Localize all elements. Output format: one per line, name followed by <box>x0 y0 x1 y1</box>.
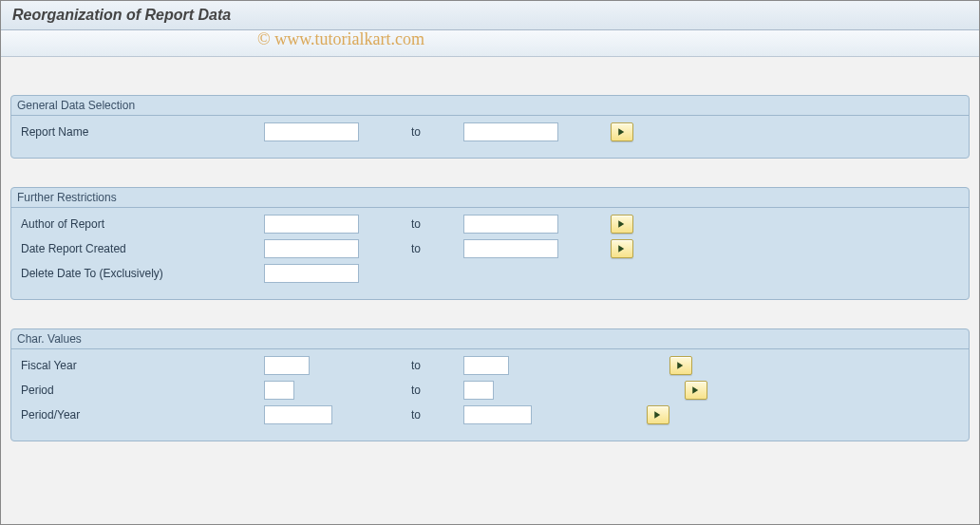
row-report-name: Report Name to <box>11 120 969 144</box>
toolbar <box>1 30 979 57</box>
group-title-restrictions: Further Restrictions <box>11 188 969 208</box>
label-report-name: Report Name <box>17 125 264 139</box>
to-label-fiscal-year: to <box>368 359 463 372</box>
arrow-right-icon <box>616 243 628 254</box>
group-body-char-values: Fiscal Year to Period to <box>11 349 969 441</box>
to-label-report-name: to <box>368 125 463 139</box>
row-delete-date: Delete Date To (Exclusively) <box>11 261 969 286</box>
page-title: Reorganization of Report Data <box>1 1 979 30</box>
arrow-right-icon <box>675 360 687 371</box>
label-fiscal-year: Fiscal Year <box>17 359 264 372</box>
input-fiscal-year-from[interactable] <box>264 356 310 375</box>
group-title-general: General Data Selection <box>11 96 969 116</box>
arrow-right-icon <box>616 218 628 230</box>
input-delete-date[interactable] <box>264 264 359 283</box>
input-date-created-from[interactable] <box>264 239 359 258</box>
multiple-selection-button-fiscal-year[interactable] <box>669 356 692 375</box>
to-label-period-year: to <box>368 408 463 422</box>
to-label-author: to <box>368 217 463 231</box>
row-fiscal-year: Fiscal Year to <box>11 353 969 378</box>
row-period: Period to <box>11 378 969 403</box>
input-report-name-from[interactable] <box>264 122 359 141</box>
group-general-data-selection: General Data Selection Report Name to <box>10 95 970 159</box>
arrow-right-icon <box>652 409 664 421</box>
label-period-year: Period/Year <box>17 408 264 422</box>
row-date-created: Date Report Created to <box>11 236 969 261</box>
input-period-year-from[interactable] <box>264 405 332 424</box>
content-area: General Data Selection Report Name to Fu… <box>1 57 979 479</box>
multiple-selection-button-report-name[interactable] <box>611 122 633 141</box>
multiple-selection-button-author[interactable] <box>611 215 633 234</box>
to-label-date-created: to <box>368 242 463 255</box>
arrow-right-icon <box>690 384 702 396</box>
row-period-year: Period/Year to <box>11 403 969 427</box>
group-further-restrictions: Further Restrictions Author of Report to… <box>10 187 970 300</box>
group-body-general: Report Name to <box>11 116 969 158</box>
group-body-restrictions: Author of Report to Date Report Created <box>11 208 969 299</box>
multiple-selection-button-period-year[interactable] <box>647 405 669 424</box>
input-author-to[interactable] <box>463 215 558 234</box>
input-period-to[interactable] <box>463 381 494 400</box>
input-date-created-to[interactable] <box>463 239 558 258</box>
multiple-selection-button-period[interactable] <box>685 381 707 400</box>
input-report-name-to[interactable] <box>463 122 558 141</box>
input-fiscal-year-to[interactable] <box>463 356 509 375</box>
label-period: Period <box>17 384 264 397</box>
label-delete-date: Delete Date To (Exclusively) <box>17 267 264 280</box>
multiple-selection-button-date-created[interactable] <box>611 239 633 258</box>
row-author: Author of Report to <box>11 212 969 236</box>
to-label-period: to <box>368 384 463 397</box>
group-title-char-values: Char. Values <box>11 329 969 349</box>
input-period-year-to[interactable] <box>463 405 532 424</box>
input-author-from[interactable] <box>264 215 359 234</box>
label-date-created: Date Report Created <box>17 242 264 255</box>
group-char-values: Char. Values Fiscal Year to Period <box>10 328 970 441</box>
label-author: Author of Report <box>17 217 264 231</box>
input-period-from[interactable] <box>264 381 294 400</box>
arrow-right-icon <box>616 126 628 138</box>
